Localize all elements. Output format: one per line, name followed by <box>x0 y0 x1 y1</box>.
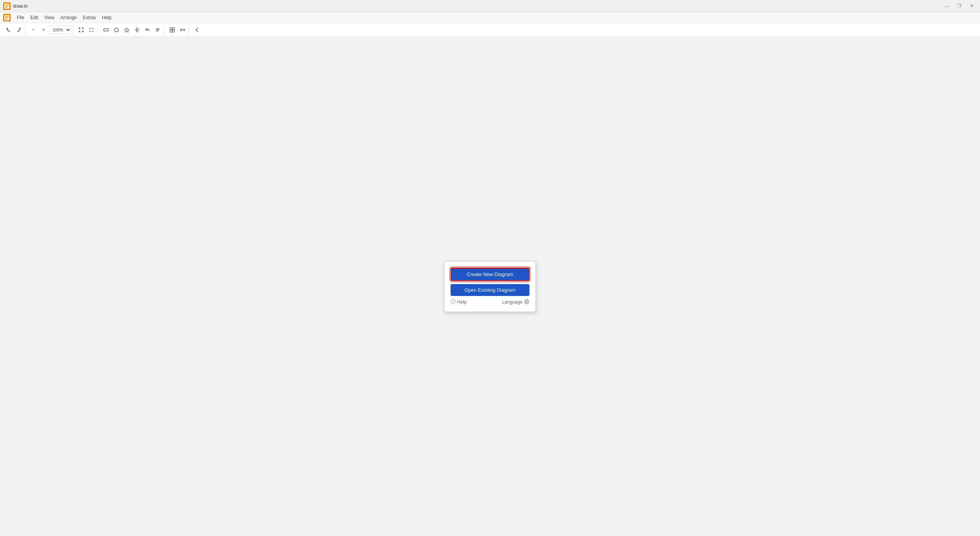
menu-arrange[interactable]: Arrange <box>57 13 80 22</box>
toolbar-group-fit <box>75 25 98 35</box>
format-button-2[interactable] <box>111 25 121 35</box>
svg-rect-8 <box>170 28 172 29</box>
menu-view[interactable]: View <box>41 13 57 22</box>
menu-help[interactable]: Help <box>99 13 115 22</box>
main-canvas-area: × Create New Diagram Open Existing Diagr… <box>0 37 980 536</box>
app-title: draw.io <box>13 3 977 9</box>
globe-icon <box>524 299 529 306</box>
help-link[interactable]: ? Help <box>451 299 467 305</box>
dialog-footer: ? Help Language <box>451 299 529 306</box>
toolbar-group-format <box>100 25 164 35</box>
toolbar-group-insert <box>166 25 189 35</box>
format-button-3[interactable] <box>122 25 132 35</box>
title-bar: draw.io — ❐ ✕ <box>0 0 980 12</box>
format-button-6[interactable] <box>153 25 163 35</box>
insert-link-button[interactable] <box>178 25 188 35</box>
svg-text:?: ? <box>452 300 454 304</box>
dialog-close-button[interactable]: × <box>526 265 532 271</box>
language-label: Language <box>502 299 523 305</box>
menu-bar: File Edit View Arrange Extras Help <box>0 12 980 23</box>
minimize-button[interactable]: — <box>942 2 952 10</box>
svg-rect-10 <box>170 30 172 32</box>
insert-shape-button[interactable] <box>167 25 177 35</box>
format-button-4[interactable] <box>132 25 142 35</box>
modal-overlay: × Create New Diagram Open Existing Diagr… <box>0 37 980 536</box>
language-selector[interactable]: Language <box>502 299 529 306</box>
help-label: Help <box>457 299 467 305</box>
svg-rect-4 <box>104 29 108 31</box>
arrow-left-button[interactable] <box>192 25 202 35</box>
svg-rect-9 <box>173 28 175 29</box>
zoom-in-button[interactable]: + <box>39 25 49 35</box>
fit-selection-button[interactable] <box>87 25 96 35</box>
svg-point-5 <box>114 28 118 32</box>
menu-edit[interactable]: Edit <box>27 13 41 22</box>
svg-line-7 <box>148 29 149 31</box>
toolbar-group-zoom: − + 100% 75% 150% <box>27 25 73 35</box>
toolbar-group-arrow <box>191 25 203 35</box>
svg-rect-11 <box>173 30 175 32</box>
menu-logo <box>2 12 12 23</box>
toolbar-group-undo <box>2 25 25 35</box>
window-controls: — ❐ ✕ <box>942 2 977 10</box>
menu-extras[interactable]: Extras <box>80 13 99 22</box>
zoom-select[interactable]: 100% 75% 150% <box>49 25 72 34</box>
undo-button[interactable] <box>3 25 13 35</box>
menu-file[interactable]: File <box>14 13 27 22</box>
close-window-button[interactable]: ✕ <box>966 2 977 10</box>
redo-button[interactable] <box>14 25 24 35</box>
create-new-diagram-button[interactable]: Create New Diagram <box>451 268 529 281</box>
toolbar: − + 100% 75% 150% <box>0 23 980 37</box>
fit-page-button[interactable] <box>76 25 86 35</box>
startup-dialog: × Create New Diagram Open Existing Diagr… <box>444 261 536 312</box>
zoom-out-button[interactable]: − <box>28 25 38 35</box>
restore-button[interactable]: ❐ <box>954 2 965 10</box>
app-logo <box>3 2 11 10</box>
open-existing-diagram-button[interactable]: Open Existing Diagram <box>451 284 529 296</box>
format-button-5[interactable] <box>142 25 152 35</box>
format-button-1[interactable] <box>101 25 111 35</box>
help-circle-icon: ? <box>451 299 456 305</box>
